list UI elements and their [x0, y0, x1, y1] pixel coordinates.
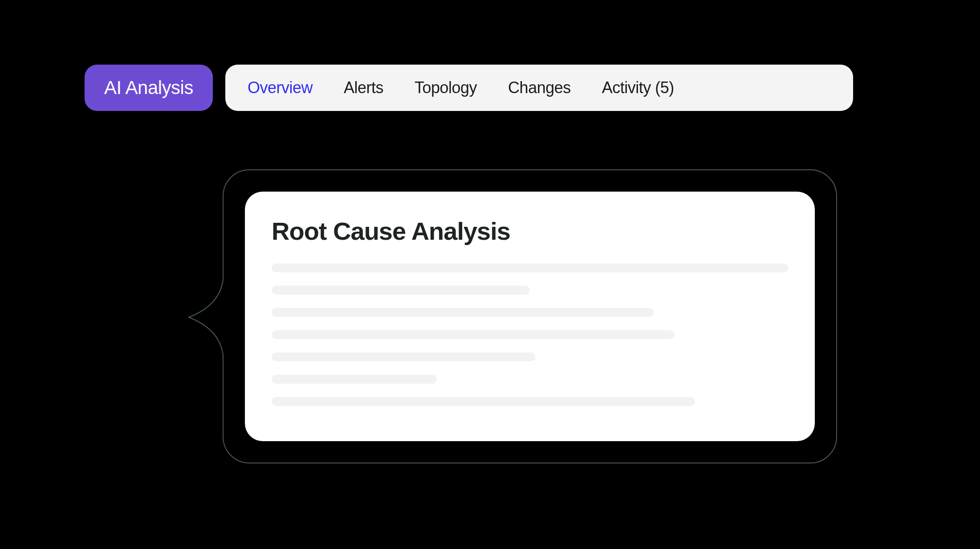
tabs-bar: Overview Alerts Topology Changes Activit…	[225, 65, 853, 111]
skeleton-line	[272, 263, 788, 272]
skeleton-content	[272, 263, 788, 406]
tab-changes[interactable]: Changes	[508, 78, 571, 97]
ai-analysis-button[interactable]: AI Analysis	[85, 65, 213, 111]
skeleton-line	[272, 375, 437, 384]
analysis-card: Root Cause Analysis	[245, 192, 815, 441]
skeleton-line	[272, 397, 695, 406]
skeleton-line	[272, 286, 530, 295]
tab-overview[interactable]: Overview	[248, 78, 313, 97]
skeleton-line	[272, 308, 654, 317]
skeleton-line	[272, 330, 675, 339]
tab-alerts[interactable]: Alerts	[344, 78, 383, 97]
tab-topology[interactable]: Topology	[415, 78, 477, 97]
card-title: Root Cause Analysis	[272, 217, 788, 246]
bubble-outer-frame: Root Cause Analysis	[223, 169, 837, 463]
skeleton-line	[272, 352, 535, 361]
speech-bubble: Root Cause Analysis	[223, 169, 837, 463]
bubble-tail-icon	[223, 273, 258, 362]
header-row: AI Analysis Overview Alerts Topology Cha…	[85, 65, 853, 111]
tab-activity[interactable]: Activity (5)	[602, 78, 674, 97]
